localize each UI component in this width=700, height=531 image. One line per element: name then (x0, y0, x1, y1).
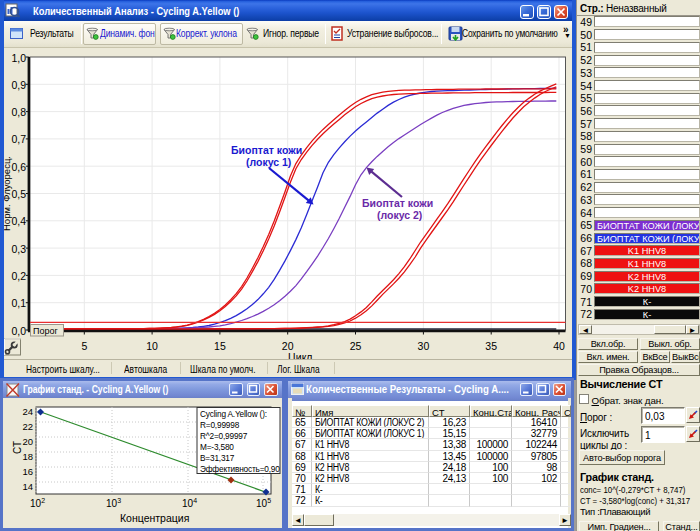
svg-text:Порог: Порог (33, 326, 58, 336)
svg-text:(локус 2): (локус 2) (377, 209, 422, 221)
svg-text:Биоптат кожи: Биоптат кожи (231, 144, 302, 156)
svg-text:Биоптат кожи: Биоптат кожи (362, 197, 433, 209)
svg-text:(локус 1): (локус 1) (246, 156, 291, 168)
